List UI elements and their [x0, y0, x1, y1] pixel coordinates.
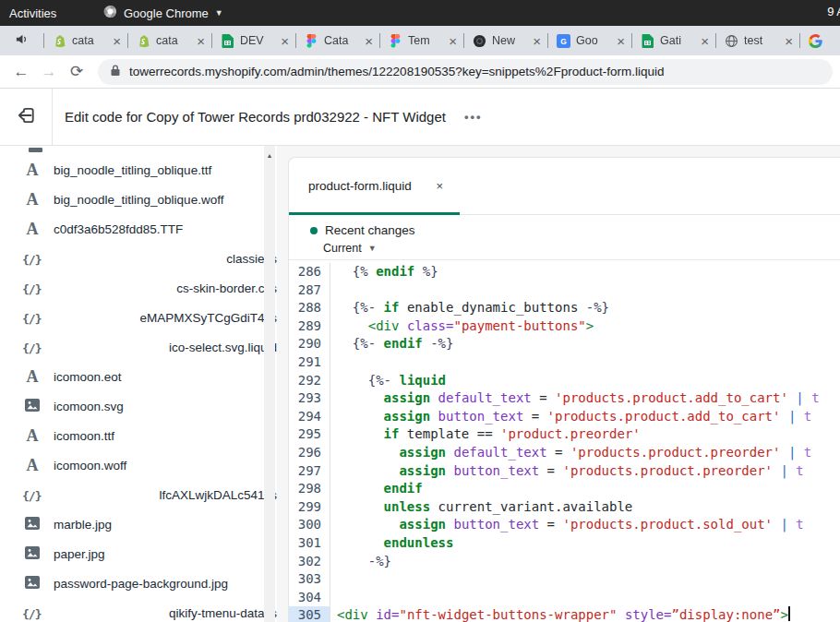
- forward-icon[interactable]: →: [35, 63, 63, 81]
- sidebar-scrollbar[interactable]: ▲: [264, 146, 275, 622]
- dark-favicon-icon: [472, 33, 486, 48]
- code-line[interactable]: endif: [337, 480, 840, 498]
- file-list-item[interactable]: {/}eMAPMXSyTCgGdiT4.js: [0, 303, 277, 332]
- file-list-item[interactable]: {/}lfcAXLwjkDALc541.js: [0, 480, 277, 509]
- tab-close-icon[interactable]: ×: [281, 34, 289, 48]
- editor-tab-product-form[interactable]: product-form.liquid ×: [289, 158, 460, 214]
- file-list: Abig_noodle_titling_oblique.ttfAbig_nood…: [0, 146, 277, 622]
- content-area: Abig_noodle_titling_oblique.ttfAbig_nood…: [0, 146, 840, 622]
- file-list-item[interactable]: {/}qikify-tmenu-data.js: [0, 598, 277, 622]
- code-file-icon: {/}: [22, 603, 158, 622]
- code-line[interactable]: assign default_text = 'products.product.…: [337, 444, 840, 462]
- code-editor[interactable]: 2862872882892902912922932942952962972982…: [289, 260, 840, 622]
- font-file-icon: A: [22, 161, 42, 178]
- code-line[interactable]: [337, 570, 840, 589]
- line-number: 304: [289, 589, 330, 607]
- browser-tab[interactable]: [799, 26, 840, 55]
- tab-close-icon[interactable]: ×: [701, 34, 709, 48]
- file-list-item[interactable]: Abig_noodle_titling_oblique.ttf: [0, 155, 277, 185]
- scroll-up-icon[interactable]: ▲: [264, 146, 275, 159]
- code-line[interactable]: [337, 281, 840, 300]
- browser-tab[interactable]: cata×: [43, 26, 127, 55]
- file-name: icomoon.svg: [54, 400, 124, 413]
- file-list-item[interactable]: Aicomoon.eot: [0, 362, 277, 391]
- file-list-item[interactable]: {/}cs-skin-border.css: [0, 273, 277, 303]
- line-number: 294: [289, 408, 330, 426]
- browser-tab[interactable]: DEV×: [211, 26, 295, 55]
- browser-toolbar: ← → ⟳ towerrecords.myshopify.com/admin/t…: [0, 55, 840, 89]
- code-file-icon: {/}: [22, 337, 158, 358]
- code-line[interactable]: unless current_variant.available: [337, 498, 840, 517]
- app-menu[interactable]: Google Chrome ▼: [103, 5, 223, 21]
- code-line[interactable]: <div id="nft-widget-buttons-wrapper" sty…: [337, 606, 840, 622]
- tab-close-icon[interactable]: ×: [197, 34, 205, 48]
- file-list-item[interactable]: Aicomoon.ttf: [0, 421, 277, 450]
- code-line[interactable]: {%- endif -%}: [337, 335, 840, 353]
- code-line[interactable]: [337, 353, 840, 372]
- browser-tab[interactable]: Tem×: [379, 26, 463, 55]
- code-line[interactable]: endunless: [337, 534, 840, 553]
- code-lines[interactable]: {% endif %} {%- if enable_dynamic_button…: [330, 263, 840, 622]
- browser-tab[interactable]: Cata×: [295, 26, 379, 55]
- file-list-item[interactable]: Abig_noodle_titling_oblique.woff: [0, 185, 277, 214]
- file-name: marble.jpg: [54, 518, 112, 532]
- code-line[interactable]: if template == 'product.preorder': [337, 425, 840, 444]
- code-line[interactable]: assign button_text = 'products.product.a…: [337, 408, 840, 426]
- file-list-item[interactable]: Aicomoon.woff: [0, 450, 277, 480]
- image-file-icon: [22, 545, 42, 563]
- code-line[interactable]: {%- liquid: [337, 372, 840, 390]
- image-file-icon: [22, 398, 42, 415]
- code-line[interactable]: [337, 589, 840, 607]
- file-list-item[interactable]: marble.jpg: [0, 509, 277, 539]
- line-number: 300: [289, 516, 330, 534]
- tab-close-icon[interactable]: ×: [365, 34, 373, 48]
- svg-text:G: G: [560, 36, 567, 45]
- code-line[interactable]: {% endif %}: [337, 263, 840, 281]
- reload-icon[interactable]: ⟳: [63, 62, 90, 81]
- tab-close-icon[interactable]: ×: [785, 34, 793, 48]
- app-menu-label: Google Chrome: [124, 6, 209, 20]
- browser-tab[interactable]: New×: [463, 26, 547, 55]
- version-dropdown[interactable]: Current ▼: [323, 242, 377, 255]
- browser-tab[interactable]: test×: [715, 26, 799, 55]
- tab-close-icon[interactable]: ×: [533, 34, 541, 48]
- code-line[interactable]: <div class="payment-buttons">: [337, 317, 840, 336]
- code-line[interactable]: assign default_text = 'products.product.…: [337, 389, 840, 408]
- code-line[interactable]: -%}: [337, 553, 840, 571]
- file-list-item[interactable]: paper.jpg: [0, 539, 277, 568]
- activities-button[interactable]: Activities: [9, 6, 56, 20]
- file-name: big_noodle_titling_oblique.woff: [54, 193, 223, 207]
- line-number: 302: [289, 553, 330, 571]
- tab-close-icon[interactable]: ×: [113, 34, 121, 48]
- code-line[interactable]: assign button_text = 'products.product.s…: [337, 516, 840, 534]
- code-file-icon: {/}: [22, 307, 128, 329]
- file-list-item[interactable]: Ac0df3a6b528fdd85.TTF: [0, 214, 277, 244]
- line-number: 286: [289, 263, 330, 281]
- recent-changes-panel: Recent changes Current ▼: [289, 215, 840, 260]
- code-line[interactable]: {%- if enable_dynamic_buttons -%}: [337, 299, 840, 317]
- browser-tab[interactable]: Gati×: [631, 26, 715, 55]
- browser-tab[interactable]: cata×: [127, 26, 211, 55]
- file-list-item[interactable]: icomoon.svg: [0, 391, 277, 421]
- system-bar: Activities Google Chrome ▼ 9 A: [0, 0, 840, 26]
- exit-code-editor-button[interactable]: [0, 89, 53, 145]
- google-favicon-icon: [808, 33, 822, 48]
- file-list-item[interactable]: {/}classie.js: [0, 244, 277, 273]
- line-number: 293: [289, 389, 330, 408]
- file-list-item[interactable]: password-page-background.jpg: [0, 568, 277, 598]
- file-list-item[interactable]: {/}ico-select.svg.liquid: [0, 332, 277, 362]
- code-line[interactable]: assign button_text = 'products.product.p…: [337, 462, 840, 481]
- tab-close-icon[interactable]: ×: [617, 34, 625, 48]
- address-bar[interactable]: towerrecords.myshopify.com/admin/themes/…: [98, 59, 833, 85]
- audio-indicator[interactable]: [0, 26, 43, 55]
- back-icon[interactable]: ←: [7, 63, 35, 81]
- image-file-icon: [22, 575, 42, 592]
- code-file-icon: {/}: [22, 248, 215, 269]
- file-name: eMAPMXSyTCgGdiT4.js: [139, 311, 277, 325]
- tab-close-icon[interactable]: ×: [436, 179, 443, 193]
- line-number: 289: [289, 317, 330, 336]
- chevron-down-icon: ▼: [368, 244, 377, 253]
- tab-close-icon[interactable]: ×: [449, 34, 457, 48]
- more-actions-button[interactable]: •••: [464, 110, 483, 124]
- browser-tab[interactable]: GGoo×: [547, 26, 631, 55]
